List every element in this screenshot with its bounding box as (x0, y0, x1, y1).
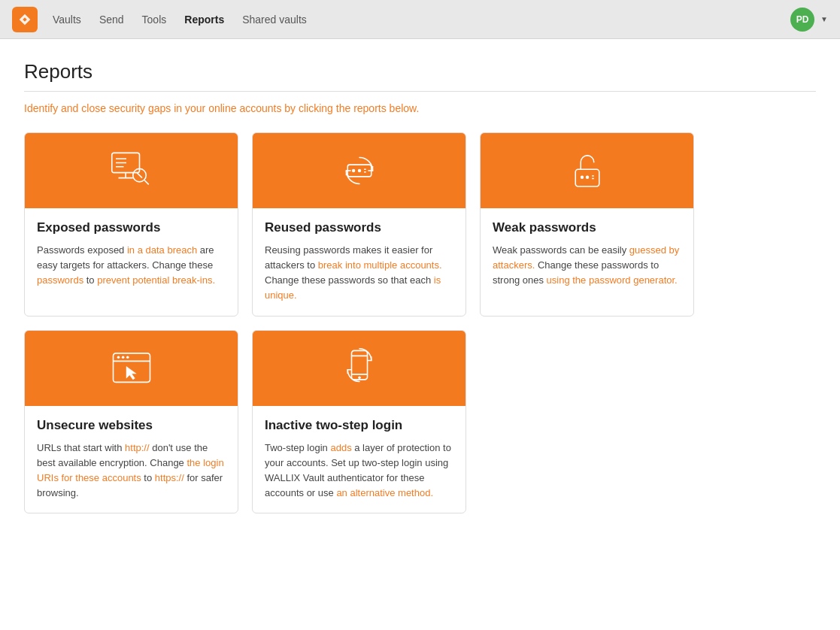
card-reused-passwords-image (253, 133, 465, 208)
svg-point-15 (580, 176, 583, 179)
page-title: Reports (24, 60, 816, 83)
nav-send[interactable]: Send (99, 11, 124, 29)
card-inactive-two-step-image (253, 331, 465, 406)
svg-point-23 (126, 356, 129, 359)
card-reused-passwords[interactable]: Reused passwords Reusing passwords makes… (252, 132, 466, 317)
nav-reports[interactable]: Reports (184, 11, 224, 29)
card-inactive-two-step-title: Inactive two-step login (265, 418, 453, 433)
card-inactive-two-step-desc: Two-step login adds a layer of protectio… (265, 441, 453, 501)
app-logo[interactable] (12, 7, 38, 32)
svg-point-16 (585, 176, 588, 179)
card-exposed-passwords-desc: Passwords exposed in a data breach are e… (37, 243, 226, 288)
page-divider (24, 91, 816, 92)
avatar: PD (790, 8, 814, 32)
card-unsecure-websites-image (25, 331, 238, 406)
card-unsecure-websites-body: Unsecure websites URLs that start with h… (25, 406, 238, 513)
card-inactive-two-step-body: Inactive two-step login Two-step login a… (253, 406, 465, 513)
page-subtitle: Identify and close security gaps in your… (24, 102, 816, 114)
padlock-icon (561, 144, 614, 197)
card-unsecure-websites-desc: URLs that start with http:// don't use t… (37, 441, 226, 501)
reused-password-icon (333, 144, 386, 197)
user-dropdown-caret: ▼ (820, 15, 828, 23)
svg-line-7 (144, 180, 148, 184)
svg-point-11 (357, 169, 360, 172)
svg-point-10 (351, 169, 354, 172)
card-weak-passwords-body: Weak passwords Weak passwords can be eas… (481, 208, 693, 300)
card-reused-passwords-desc: Reusing passwords makes it easier for at… (265, 243, 453, 304)
svg-marker-24 (126, 366, 136, 380)
card-inactive-two-step[interactable]: Inactive two-step login Two-step login a… (252, 330, 466, 514)
svg-point-21 (117, 356, 120, 359)
card-weak-passwords-image (481, 133, 693, 208)
navbar: Vaults Send Tools Reports Shared vaults … (0, 0, 840, 39)
card-weak-passwords-title: Weak passwords (493, 220, 681, 235)
main-content: Reports Identify and close security gaps… (0, 39, 840, 630)
svg-rect-25 (351, 350, 367, 380)
card-exposed-passwords-title: Exposed passwords (37, 220, 226, 235)
bottom-cards-row: Unsecure websites URLs that start with h… (24, 330, 816, 514)
nav-tools[interactable]: Tools (142, 11, 167, 29)
card-weak-passwords[interactable]: Weak passwords Weak passwords can be eas… (480, 132, 694, 317)
nav-shared-vaults[interactable]: Shared vaults (242, 11, 307, 29)
card-unsecure-websites-title: Unsecure websites (37, 418, 226, 433)
svg-point-22 (121, 356, 124, 359)
top-cards-row: Exposed passwords Passwords exposed in a… (24, 132, 816, 317)
browser-cursor-icon (105, 342, 158, 395)
card-weak-passwords-desc: Weak passwords can be easily guessed by … (493, 243, 681, 288)
card-exposed-passwords-body: Exposed passwords Passwords exposed in a… (25, 208, 238, 300)
mobile-sync-icon (333, 342, 386, 395)
svg-line-8 (137, 173, 142, 178)
nav-vaults[interactable]: Vaults (53, 11, 81, 29)
card-exposed-passwords[interactable]: Exposed passwords Passwords exposed in a… (24, 132, 238, 317)
search-monitor-icon (105, 144, 158, 197)
card-reused-passwords-body: Reused passwords Reusing passwords makes… (253, 208, 465, 316)
nav-user-area[interactable]: PD ▼ (790, 8, 828, 32)
card-exposed-passwords-image (25, 133, 238, 208)
nav-links: Vaults Send Tools Reports Shared vaults (53, 11, 790, 29)
card-unsecure-websites[interactable]: Unsecure websites URLs that start with h… (24, 330, 238, 514)
svg-point-28 (358, 376, 361, 379)
card-reused-passwords-title: Reused passwords (265, 220, 453, 235)
